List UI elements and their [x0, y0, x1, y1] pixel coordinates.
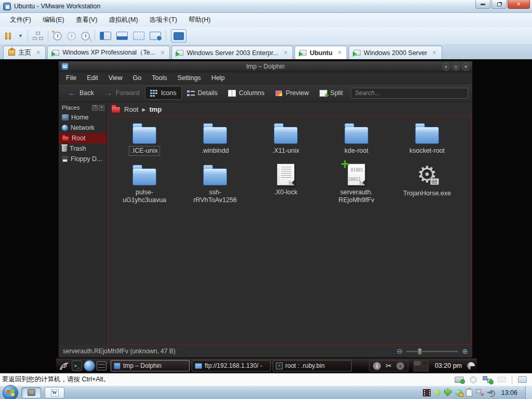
file-item[interactable]: .X11-unix	[253, 121, 318, 155]
cdrom-status-icon[interactable]	[470, 376, 477, 383]
tab-close-icon[interactable]: ✕	[432, 49, 436, 56]
security-lock-tray-icon[interactable]	[455, 389, 462, 396]
host-clock[interactable]: 13:06	[501, 389, 517, 396]
tab-windows-xp[interactable]: Windows XP Professional（Te... ✕	[47, 46, 170, 59]
taskbar-item-terminal[interactable]: > root : .ruby.bin	[273, 360, 352, 371]
minimize-button[interactable]	[475, 0, 490, 9]
restore-button[interactable]	[491, 0, 507, 9]
klipper-scissors-icon[interactable]: ✂	[385, 362, 392, 370]
dolphin-minimize-button[interactable]: ∨	[442, 63, 450, 71]
places-float-button[interactable]: ❐	[92, 105, 98, 111]
taskbar-word-button[interactable]: W	[45, 387, 64, 398]
columns-view-button[interactable]: Columns	[223, 86, 270, 100]
place-floppy[interactable]: Floppy D...	[59, 154, 107, 164]
tab-close-icon[interactable]: ✕	[160, 49, 165, 56]
revert-snapshot-button[interactable]	[67, 32, 76, 41]
file-manager-launcher-icon[interactable]	[97, 361, 107, 370]
place-network[interactable]: Network	[59, 123, 107, 133]
tab-windows-2000[interactable]: Windows 2000 Server ✕	[349, 46, 442, 59]
back-button[interactable]: ← Back	[63, 86, 99, 100]
file-item[interactable]: .X0-lock	[253, 163, 318, 205]
guest-clock[interactable]: 03:20 pm	[435, 362, 462, 369]
dolphin-menu-help[interactable]: Help	[206, 73, 230, 83]
dolphin-close-button[interactable]: ✕	[462, 63, 470, 71]
menu-view[interactable]: 查看(V)	[70, 14, 103, 26]
zoom-out-icon[interactable]: ⊖	[397, 347, 403, 355]
dolphin-titlebar[interactable]: tmp – Dolphin ∨ ◇ ✕	[59, 61, 472, 72]
take-snapshot-button[interactable]	[53, 32, 62, 41]
taskbar-item-dolphin[interactable]: tmp – Dolphin	[111, 360, 190, 371]
speaker-icon[interactable]	[487, 389, 496, 396]
tab-ubuntu[interactable]: Ubuntu ✕	[295, 46, 347, 59]
dolphin-menu-tools[interactable]: Tools	[147, 73, 172, 83]
breadcrumb-root[interactable]: Root	[124, 105, 138, 113]
show-desktop-button[interactable]	[525, 386, 532, 399]
tab-home[interactable]: 主页 ✕	[3, 46, 46, 59]
dolphin-menu-go[interactable]: Go	[128, 73, 147, 83]
console-view-button[interactable]	[171, 29, 187, 43]
place-root[interactable]: Root	[59, 133, 107, 143]
place-trash[interactable]: Trash	[59, 143, 107, 154]
green-status-tray-icon[interactable]	[434, 390, 441, 396]
details-view-button[interactable]: Details	[182, 86, 223, 100]
media-player-tray-icon[interactable]	[423, 389, 431, 396]
dolphin-menu-edit[interactable]: Edit	[82, 73, 103, 83]
tab-close-icon[interactable]: ✕	[283, 49, 288, 56]
preview-button[interactable]: Preview	[270, 86, 314, 100]
close-button[interactable]: ✕	[508, 0, 530, 9]
file-view[interactable]: .ICE-unix .winbindd .X11-unix kde-root	[108, 116, 472, 344]
dolphin-menu-file[interactable]: File	[61, 73, 82, 83]
menu-tabs[interactable]: 选项卡(T)	[144, 14, 183, 26]
taskbar-item-ftp[interactable]: ftp://192.168.1.130/ -	[192, 360, 271, 371]
menu-vm[interactable]: 虚拟机(M)	[103, 14, 143, 26]
dolphin-menu-settings[interactable]: Settings	[172, 73, 206, 83]
zoom-slider-handle[interactable]	[418, 348, 422, 355]
browser-globe-icon[interactable]	[84, 361, 95, 371]
screenshot-status-icon[interactable]	[498, 377, 506, 382]
start-button[interactable]	[3, 385, 18, 399]
file-item[interactable]: .winbindd	[182, 121, 248, 155]
grid-squares-icon[interactable]	[33, 32, 43, 40]
konsole-launcher-icon[interactable]: >_	[72, 361, 82, 371]
place-home[interactable]: Home	[59, 112, 107, 123]
search-input[interactable]	[351, 88, 468, 99]
file-item[interactable]: .ICE-unix	[112, 121, 177, 155]
file-item[interactable]: ssh- rRVhToAv1256	[182, 163, 248, 205]
fullscreen-button[interactable]	[133, 32, 144, 40]
dolphin-maximize-button[interactable]: ◇	[452, 63, 460, 71]
hard-disk-status-icon[interactable]	[455, 377, 464, 383]
menu-file[interactable]: 文件(F)	[4, 14, 37, 26]
tab-close-icon[interactable]: ✕	[36, 49, 41, 56]
tab-close-icon[interactable]: ✕	[337, 49, 342, 56]
icons-view-button[interactable]: Icons	[145, 86, 182, 100]
pause-vm-button[interactable]	[5, 33, 11, 39]
panel-cashew-icon[interactable]	[467, 362, 475, 370]
show-thumbnail-bar-button[interactable]	[116, 32, 128, 40]
zoom-in-icon[interactable]: ⊕	[462, 347, 468, 355]
info-tray-icon[interactable]: i	[373, 362, 381, 370]
file-item[interactable]: ksocket-root	[394, 121, 460, 155]
tab-windows-2003[interactable]: Windows Server 2003 Enterpr... ✕	[171, 46, 293, 59]
menu-help[interactable]: 帮助(H)	[183, 14, 216, 26]
forward-button[interactable]: → Forward	[99, 86, 145, 100]
antivirus-shield-icon[interactable]	[444, 389, 451, 396]
menu-edit[interactable]: 编辑(E)	[37, 14, 70, 26]
places-close-button[interactable]: ✕	[99, 105, 104, 111]
clipboard-tray-icon[interactable]	[466, 389, 472, 396]
show-summary-button[interactable]	[150, 32, 161, 40]
snapshot-manager-button[interactable]	[81, 32, 90, 41]
file-item[interactable]: kde-root	[324, 121, 389, 155]
file-item[interactable]: pulse- uG1yhc3uavua	[112, 163, 177, 205]
dragon-menu-icon[interactable]	[58, 360, 70, 371]
file-item[interactable]: ⚙ TrojanHorse.exe	[394, 163, 460, 205]
file-item[interactable]: + 01001 10011 serverauth. REjoMh9fFv	[324, 163, 389, 205]
network-error-tray-icon[interactable]	[476, 389, 484, 396]
breadcrumb-current[interactable]: tmp	[149, 105, 162, 113]
taskbar-vmware-button[interactable]	[21, 387, 41, 398]
power-dropdown-arrow[interactable]: ▼	[18, 33, 23, 38]
network-adapter-status-icon[interactable]	[483, 376, 492, 383]
desktop-pager[interactable]	[414, 361, 429, 371]
zoom-slider[interactable]	[406, 351, 458, 352]
split-button[interactable]: Split	[314, 86, 348, 100]
show-library-button[interactable]	[100, 32, 111, 40]
